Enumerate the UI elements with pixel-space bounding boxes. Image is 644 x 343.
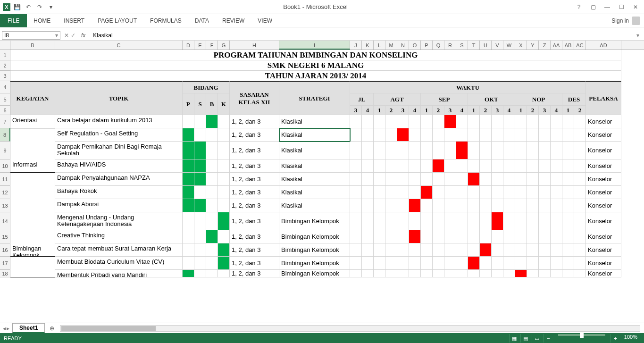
cell[interactable] — [385, 257, 397, 270]
cell[interactable] — [10, 230, 55, 243]
cell[interactable] — [444, 115, 456, 128]
row-header-11[interactable]: 11 — [0, 173, 10, 186]
cell[interactable] — [515, 212, 527, 230]
cell[interactable] — [433, 142, 444, 159]
cell[interactable] — [194, 199, 206, 212]
minimize-icon[interactable]: — — [601, 2, 614, 12]
cell[interactable] — [539, 159, 551, 173]
view-normal-icon[interactable]: ▦ — [509, 334, 519, 343]
row-header-18[interactable]: 18 — [0, 270, 10, 277]
undo-icon[interactable]: ↶ — [24, 2, 33, 12]
cell[interactable] — [362, 128, 374, 142]
cell[interactable] — [194, 115, 206, 128]
cell[interactable] — [444, 270, 456, 277]
redo-icon[interactable]: ↷ — [35, 2, 44, 12]
cell[interactable] — [10, 93, 55, 95]
cell[interactable] — [480, 199, 492, 212]
cell[interactable] — [527, 243, 539, 257]
cell[interactable]: Informasi — [10, 159, 55, 173]
cell[interactable]: Konselor — [586, 128, 621, 142]
cell[interactable] — [574, 270, 586, 277]
help-icon[interactable]: ? — [572, 2, 585, 12]
cell[interactable]: BIDANG — [183, 81, 230, 93]
cell[interactable] — [562, 142, 574, 159]
cell[interactable] — [10, 128, 55, 142]
cell[interactable] — [421, 257, 433, 270]
cell[interactable] — [183, 270, 194, 277]
cell[interactable] — [218, 115, 230, 128]
cell[interactable] — [10, 186, 55, 199]
cell[interactable] — [230, 93, 279, 95]
cell[interactable] — [374, 257, 385, 270]
cell[interactable]: Klasikal — [279, 173, 350, 186]
cell[interactable] — [433, 128, 444, 142]
cell[interactable]: STRATEGI — [279, 81, 350, 115]
col-header-D[interactable]: D — [183, 41, 194, 50]
cell[interactable] — [480, 128, 492, 142]
col-header-S[interactable]: S — [456, 41, 468, 50]
cell[interactable] — [480, 173, 492, 186]
cell[interactable]: S — [194, 93, 206, 115]
row-header-7[interactable]: 7 — [0, 115, 10, 128]
cell[interactable] — [206, 270, 218, 277]
cell[interactable]: Bimbingan Kelompok — [10, 243, 55, 257]
col-header-Y[interactable]: Y — [527, 41, 539, 50]
cell[interactable] — [503, 173, 515, 186]
cancel-formula-icon[interactable]: ✕ — [64, 32, 69, 39]
cell[interactable] — [374, 173, 385, 186]
cell[interactable] — [527, 173, 539, 186]
cell[interactable] — [551, 173, 562, 186]
cell[interactable]: 1 — [421, 106, 433, 115]
cell[interactable] — [279, 93, 350, 95]
col-header-W[interactable]: W — [503, 41, 515, 50]
col-header-B[interactable]: B — [10, 41, 55, 50]
col-header-I[interactable]: I — [279, 41, 350, 50]
cell[interactable] — [468, 128, 480, 142]
cell[interactable] — [539, 199, 551, 212]
tab-insert[interactable]: INSERT — [57, 15, 91, 27]
cell[interactable] — [397, 142, 409, 159]
cell[interactable]: 1, 2, dan 3 — [230, 199, 279, 212]
cell[interactable] — [503, 142, 515, 159]
cell[interactable]: PELAKSA — [586, 81, 621, 115]
cell[interactable] — [527, 115, 539, 128]
cell[interactable] — [468, 173, 480, 186]
cell[interactable] — [551, 212, 562, 230]
cell[interactable] — [480, 142, 492, 159]
cell[interactable] — [194, 186, 206, 199]
cell[interactable] — [456, 159, 468, 173]
cell[interactable] — [444, 257, 456, 270]
cell[interactable] — [527, 257, 539, 270]
cell[interactable] — [515, 142, 527, 159]
cell[interactable] — [444, 173, 456, 186]
formula-input[interactable] — [91, 32, 633, 39]
tab-view[interactable]: VIEW — [251, 15, 279, 27]
cell[interactable]: Konselor — [586, 230, 621, 243]
cell[interactable] — [456, 142, 468, 159]
cell[interactable] — [503, 199, 515, 212]
col-header-H[interactable]: H — [230, 41, 279, 50]
cell[interactable]: 3 — [539, 106, 551, 115]
cell[interactable] — [515, 243, 527, 257]
cell[interactable]: 1 — [562, 106, 574, 115]
cell[interactable] — [492, 212, 503, 230]
cell[interactable]: 4 — [456, 106, 468, 115]
cell[interactable]: Konselor — [586, 257, 621, 270]
cell[interactable] — [397, 257, 409, 270]
cell[interactable] — [206, 115, 218, 128]
cell[interactable] — [183, 128, 194, 142]
cell[interactable] — [480, 159, 492, 173]
cell[interactable] — [562, 159, 574, 173]
cell[interactable] — [444, 199, 456, 212]
cell[interactable]: Bimbingan Kelompok — [279, 212, 350, 230]
cell[interactable]: DES — [562, 93, 586, 106]
row-header-9[interactable]: 9 — [0, 142, 10, 159]
cell[interactable] — [385, 199, 397, 212]
cell[interactable] — [492, 230, 503, 243]
worksheet-grid[interactable]: 1PROGRAM TAHUNAN BIMBINGAN DAN KONSELING… — [0, 50, 644, 323]
cell[interactable] — [397, 115, 409, 128]
cell[interactable] — [218, 142, 230, 159]
cell[interactable]: Klasikal — [279, 186, 350, 199]
row-header-5[interactable]: 5 — [0, 93, 10, 106]
zoom-level[interactable]: 100% — [621, 334, 640, 343]
